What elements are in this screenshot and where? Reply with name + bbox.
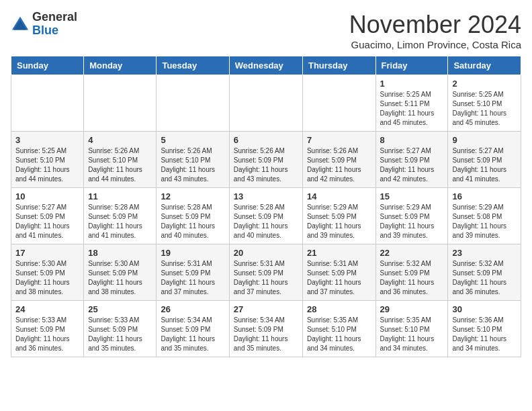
calendar-cell: 25Sunrise: 5:33 AM Sunset: 5:09 PM Dayli…: [84, 301, 157, 357]
calendar-cell: 24Sunrise: 5:33 AM Sunset: 5:09 PM Dayli…: [11, 301, 84, 357]
day-info: Sunrise: 5:29 AM Sunset: 5:08 PM Dayligh…: [452, 203, 517, 240]
calendar-cell: 20Sunrise: 5:31 AM Sunset: 5:09 PM Dayli…: [229, 244, 302, 301]
day-info: Sunrise: 5:31 AM Sunset: 5:09 PM Dayligh…: [234, 259, 298, 297]
day-number: 17: [15, 248, 79, 258]
day-info: Sunrise: 5:31 AM Sunset: 5:09 PM Dayligh…: [161, 259, 224, 297]
day-number: 21: [307, 248, 371, 258]
calendar-cell: 5Sunrise: 5:26 AM Sunset: 5:10 PM Daylig…: [157, 132, 229, 188]
day-number: 2: [452, 79, 517, 89]
day-info: Sunrise: 5:28 AM Sunset: 5:09 PM Dayligh…: [88, 203, 152, 240]
calendar-cell: 17Sunrise: 5:30 AM Sunset: 5:09 PM Dayli…: [11, 244, 84, 301]
calendar-cell: 29Sunrise: 5:35 AM Sunset: 5:10 PM Dayli…: [375, 301, 448, 357]
day-info: Sunrise: 5:35 AM Sunset: 5:10 PM Dayligh…: [380, 316, 444, 353]
calendar-cell: 27Sunrise: 5:34 AM Sunset: 5:09 PM Dayli…: [229, 301, 302, 357]
calendar-cell: 8Sunrise: 5:27 AM Sunset: 5:09 PM Daylig…: [375, 132, 448, 188]
calendar-cell: [157, 75, 229, 132]
calendar-day-header: Thursday: [302, 56, 375, 75]
day-info: Sunrise: 5:26 AM Sunset: 5:10 PM Dayligh…: [88, 146, 152, 184]
day-info: Sunrise: 5:26 AM Sunset: 5:09 PM Dayligh…: [234, 146, 298, 184]
day-number: 25: [88, 304, 152, 314]
day-info: Sunrise: 5:26 AM Sunset: 5:10 PM Dayligh…: [161, 146, 224, 184]
calendar-week-row: 10Sunrise: 5:27 AM Sunset: 5:09 PM Dayli…: [11, 188, 521, 244]
calendar-cell: [302, 75, 375, 132]
logo-icon: [11, 15, 30, 34]
day-info: Sunrise: 5:30 AM Sunset: 5:09 PM Dayligh…: [15, 259, 79, 297]
day-number: 14: [307, 191, 371, 201]
day-number: 8: [380, 135, 444, 145]
calendar-cell: 3Sunrise: 5:25 AM Sunset: 5:10 PM Daylig…: [11, 132, 84, 188]
day-info: Sunrise: 5:33 AM Sunset: 5:09 PM Dayligh…: [15, 316, 79, 353]
calendar-cell: 22Sunrise: 5:32 AM Sunset: 5:09 PM Dayli…: [375, 244, 448, 301]
calendar-cell: 18Sunrise: 5:30 AM Sunset: 5:09 PM Dayli…: [84, 244, 157, 301]
day-info: Sunrise: 5:28 AM Sunset: 5:09 PM Dayligh…: [234, 203, 298, 240]
day-number: 6: [234, 135, 298, 145]
day-info: Sunrise: 5:30 AM Sunset: 5:09 PM Dayligh…: [88, 259, 152, 297]
day-info: Sunrise: 5:27 AM Sunset: 5:09 PM Dayligh…: [380, 146, 444, 184]
calendar-cell: 1Sunrise: 5:25 AM Sunset: 5:11 PM Daylig…: [375, 75, 448, 132]
calendar-cell: 23Sunrise: 5:32 AM Sunset: 5:09 PM Dayli…: [448, 244, 521, 301]
day-info: Sunrise: 5:27 AM Sunset: 5:09 PM Dayligh…: [15, 203, 79, 240]
day-number: 10: [15, 191, 79, 201]
day-number: 19: [161, 248, 224, 258]
logo-general-text: General: [32, 10, 77, 24]
calendar-week-row: 3Sunrise: 5:25 AM Sunset: 5:10 PM Daylig…: [11, 132, 521, 188]
day-info: Sunrise: 5:32 AM Sunset: 5:09 PM Dayligh…: [380, 259, 444, 297]
month-title: November 2024: [349, 11, 521, 39]
day-number: 15: [380, 191, 444, 201]
day-number: 11: [88, 191, 152, 201]
calendar-cell: 14Sunrise: 5:29 AM Sunset: 5:09 PM Dayli…: [302, 188, 375, 244]
calendar-cell: 28Sunrise: 5:35 AM Sunset: 5:10 PM Dayli…: [302, 301, 375, 357]
calendar-week-row: 24Sunrise: 5:33 AM Sunset: 5:09 PM Dayli…: [11, 301, 521, 357]
day-number: 1: [380, 79, 444, 89]
day-info: Sunrise: 5:33 AM Sunset: 5:09 PM Dayligh…: [88, 316, 152, 353]
calendar-cell: 26Sunrise: 5:34 AM Sunset: 5:09 PM Dayli…: [157, 301, 229, 357]
title-block: November 2024 Guacimo, Limon Province, C…: [349, 11, 521, 50]
day-number: 16: [452, 191, 517, 201]
calendar-cell: 2Sunrise: 5:25 AM Sunset: 5:10 PM Daylig…: [448, 75, 521, 132]
day-number: 3: [15, 135, 79, 145]
day-info: Sunrise: 5:29 AM Sunset: 5:09 PM Dayligh…: [307, 203, 371, 240]
day-number: 7: [307, 135, 371, 145]
day-info: Sunrise: 5:28 AM Sunset: 5:09 PM Dayligh…: [161, 203, 224, 240]
calendar-cell: 16Sunrise: 5:29 AM Sunset: 5:08 PM Dayli…: [448, 188, 521, 244]
calendar-day-header: Monday: [84, 56, 157, 75]
logo-text: General Blue: [32, 11, 77, 38]
day-number: 27: [234, 304, 298, 314]
day-number: 26: [161, 304, 224, 314]
calendar-day-header: Saturday: [448, 56, 521, 75]
calendar-cell: 11Sunrise: 5:28 AM Sunset: 5:09 PM Dayli…: [84, 188, 157, 244]
day-info: Sunrise: 5:35 AM Sunset: 5:10 PM Dayligh…: [307, 316, 371, 353]
day-info: Sunrise: 5:25 AM Sunset: 5:11 PM Dayligh…: [380, 90, 444, 128]
logo-blue-text: Blue: [32, 24, 58, 37]
calendar-cell: 7Sunrise: 5:26 AM Sunset: 5:09 PM Daylig…: [302, 132, 375, 188]
day-info: Sunrise: 5:32 AM Sunset: 5:09 PM Dayligh…: [452, 259, 517, 297]
day-info: Sunrise: 5:34 AM Sunset: 5:09 PM Dayligh…: [161, 316, 224, 353]
day-number: 5: [161, 135, 224, 145]
day-info: Sunrise: 5:31 AM Sunset: 5:09 PM Dayligh…: [307, 259, 371, 297]
day-number: 20: [234, 248, 298, 258]
day-number: 28: [307, 304, 371, 314]
calendar-week-row: 1Sunrise: 5:25 AM Sunset: 5:11 PM Daylig…: [11, 75, 521, 132]
calendar-day-header: Wednesday: [229, 56, 302, 75]
calendar-cell: 21Sunrise: 5:31 AM Sunset: 5:09 PM Dayli…: [302, 244, 375, 301]
calendar-cell: 15Sunrise: 5:29 AM Sunset: 5:09 PM Dayli…: [375, 188, 448, 244]
calendar-day-header: Friday: [375, 56, 448, 75]
calendar-cell: 30Sunrise: 5:36 AM Sunset: 5:10 PM Dayli…: [448, 301, 521, 357]
calendar-cell: 4Sunrise: 5:26 AM Sunset: 5:10 PM Daylig…: [84, 132, 157, 188]
calendar-header-row: SundayMondayTuesdayWednesdayThursdayFrid…: [11, 56, 521, 75]
calendar-cell: 6Sunrise: 5:26 AM Sunset: 5:09 PM Daylig…: [229, 132, 302, 188]
day-number: 12: [161, 191, 224, 201]
calendar-week-row: 17Sunrise: 5:30 AM Sunset: 5:09 PM Dayli…: [11, 244, 521, 301]
day-info: Sunrise: 5:36 AM Sunset: 5:10 PM Dayligh…: [452, 316, 517, 353]
calendar-cell: [229, 75, 302, 132]
day-info: Sunrise: 5:34 AM Sunset: 5:09 PM Dayligh…: [234, 316, 298, 353]
calendar-cell: 19Sunrise: 5:31 AM Sunset: 5:09 PM Dayli…: [157, 244, 229, 301]
day-info: Sunrise: 5:29 AM Sunset: 5:09 PM Dayligh…: [380, 203, 444, 240]
calendar-day-header: Tuesday: [157, 56, 229, 75]
calendar-cell: 10Sunrise: 5:27 AM Sunset: 5:09 PM Dayli…: [11, 188, 84, 244]
day-number: 9: [452, 135, 517, 145]
day-number: 29: [380, 304, 444, 314]
calendar-cell: [11, 75, 84, 132]
day-number: 13: [234, 191, 298, 201]
day-number: 4: [88, 135, 152, 145]
